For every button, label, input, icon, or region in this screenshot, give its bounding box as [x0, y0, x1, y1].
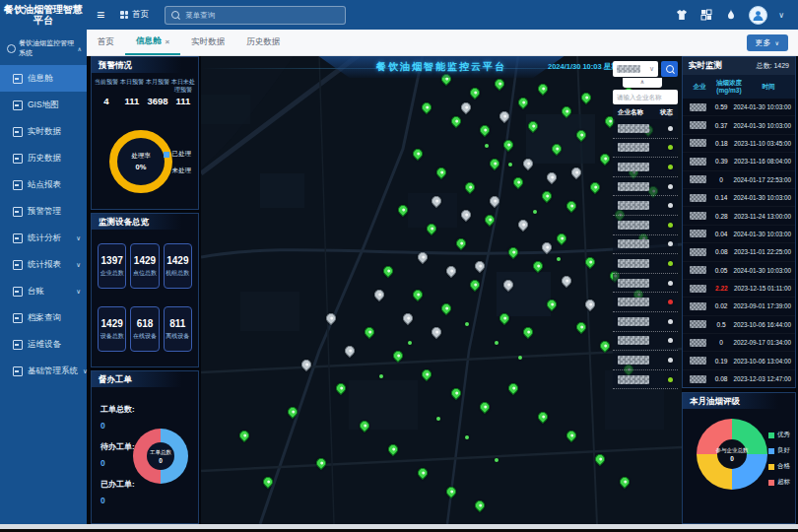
map-pin-gray[interactable] [458, 100, 472, 114]
map-pin-gray[interactable] [497, 109, 510, 123]
company-list-row[interactable] [613, 274, 678, 294]
map-dot-marker[interactable] [557, 257, 561, 261]
flame-icon[interactable] [724, 8, 738, 22]
sidebar-item-report[interactable]: 统计报表∨ [0, 251, 87, 278]
layout-icon[interactable] [699, 8, 713, 22]
sidebar-item-archive[interactable]: 档案查询 [0, 304, 87, 331]
map-pin-green[interactable] [478, 123, 492, 137]
map-pin-green[interactable] [593, 452, 607, 466]
map-pin-green[interactable] [454, 236, 468, 250]
company-select[interactable]: ∨ [613, 61, 658, 77]
company-list-row[interactable] [613, 216, 678, 235]
sidebar-item-history[interactable]: 历史数据 [0, 145, 87, 171]
menu-search-input[interactable] [183, 10, 339, 21]
map-dot-marker[interactable] [518, 356, 522, 360]
map-pin-gray[interactable] [299, 358, 313, 371]
map-pin-green[interactable] [536, 81, 550, 95]
map-pin-gray[interactable] [324, 311, 338, 325]
map-dot-marker[interactable] [485, 144, 489, 148]
map-pin-green[interactable] [416, 466, 430, 480]
map-pin-gray[interactable] [416, 250, 430, 264]
chevron-down-icon[interactable]: ∨ [778, 11, 784, 20]
collapse-tab[interactable]: ∧ [623, 78, 662, 88]
map-dot-marker[interactable] [495, 341, 499, 345]
map-pin-green[interactable] [488, 157, 501, 170]
map-pin-gray[interactable] [458, 208, 472, 222]
map-pin-green[interactable] [583, 255, 597, 269]
map-pin-gray[interactable] [430, 194, 443, 208]
map-pin-green[interactable] [381, 264, 395, 278]
company-list-row[interactable] [613, 177, 678, 197]
map-pin-gray[interactable] [343, 344, 357, 358]
company-list-row[interactable] [613, 196, 678, 216]
sidebar-section[interactable]: 餐饮油烟监控管理系统 ∧ [0, 30, 87, 65]
map-pin-green[interactable] [574, 320, 588, 334]
map-pin-gray[interactable] [501, 278, 515, 292]
company-list-row[interactable] [613, 332, 678, 352]
map-pin-gray[interactable] [516, 218, 530, 232]
sidebar-item-warning-manage[interactable]: 预警管理 [0, 198, 87, 225]
map-pin-green[interactable] [565, 429, 578, 442]
map-pin-gray[interactable] [372, 288, 386, 301]
map-pin-green[interactable] [574, 128, 588, 142]
map-pin-green[interactable] [598, 152, 612, 166]
sidebar-item-device-ops[interactable]: 运维设备 [0, 331, 87, 358]
map-pin-green[interactable] [444, 485, 458, 499]
map-pin-green[interactable] [526, 119, 540, 133]
map-pin-gray[interactable] [444, 264, 458, 278]
map-pin-gray[interactable] [401, 311, 415, 325]
company-list-row[interactable] [613, 158, 678, 177]
tab-实时数据[interactable]: 实时数据 [180, 30, 235, 55]
map-dot-marker[interactable] [508, 163, 512, 166]
map-pin-green[interactable] [536, 410, 550, 424]
sidebar-item-realtime[interactable]: 实时数据 [0, 118, 87, 145]
map-pin-green[interactable] [501, 138, 515, 152]
map-pin-green[interactable] [420, 367, 433, 381]
breadcrumb[interactable]: 首页 [120, 9, 149, 21]
close-icon[interactable]: × [166, 37, 170, 46]
map-pin-green[interactable] [483, 213, 497, 227]
company-list-row[interactable] [613, 254, 678, 274]
map-pin-green[interactable] [511, 175, 525, 189]
map-pin-green[interactable] [463, 179, 477, 193]
map-pin-green[interactable] [237, 429, 251, 442]
map-pin-gray[interactable] [521, 157, 535, 170]
sidebar-item-site-report[interactable]: 站点报表 [0, 171, 87, 198]
map-pin-green[interactable] [516, 96, 530, 109]
sidebar-item-analysis[interactable]: 统计分析∨ [0, 225, 87, 251]
map-pin-green[interactable] [598, 339, 612, 353]
map-dot-marker[interactable] [533, 210, 537, 214]
map-pin-gray[interactable] [583, 297, 597, 310]
theme-shirt-icon[interactable] [675, 8, 689, 22]
map-pin-green[interactable] [545, 297, 559, 310]
map-pin-gray[interactable] [473, 259, 487, 273]
map-pin-green[interactable] [449, 386, 463, 400]
map-pin-green[interactable] [493, 77, 506, 91]
map-dot-marker[interactable] [465, 435, 469, 439]
map-pin-green[interactable] [396, 203, 410, 217]
map-pin-green[interactable] [420, 100, 433, 114]
map-pin-green[interactable] [506, 245, 520, 259]
map[interactable]: 餐饮油烟智能监控云平台 2024/1/30 10:03 星期二 [201, 55, 682, 524]
map-pin-green[interactable] [334, 381, 348, 395]
sidebar-item-dashboard[interactable]: 信息舱 [0, 65, 87, 92]
map-pin-green[interactable] [449, 114, 463, 128]
more-button[interactable]: 更多 ∨ [747, 34, 788, 51]
map-pin-green[interactable] [434, 166, 448, 179]
map-pin-green[interactable] [286, 405, 299, 419]
map-pin-green[interactable] [411, 147, 425, 161]
map-pin-green[interactable] [550, 142, 564, 156]
map-pin-green[interactable] [261, 475, 275, 489]
map-pin-green[interactable] [506, 381, 520, 395]
map-pin-green[interactable] [540, 189, 554, 203]
avatar[interactable] [749, 6, 767, 25]
company-list-row[interactable] [613, 293, 678, 312]
map-pin-green[interactable] [578, 91, 592, 104]
company-search-button[interactable] [661, 61, 678, 77]
map-pin-green[interactable] [314, 456, 328, 470]
map-pin-green[interactable] [521, 325, 535, 339]
map-pin-green[interactable] [439, 301, 453, 315]
map-pin-green[interactable] [531, 259, 545, 273]
map-pin-green[interactable] [411, 288, 425, 301]
sidebar-item-ledger[interactable]: 台账∨ [0, 278, 87, 304]
